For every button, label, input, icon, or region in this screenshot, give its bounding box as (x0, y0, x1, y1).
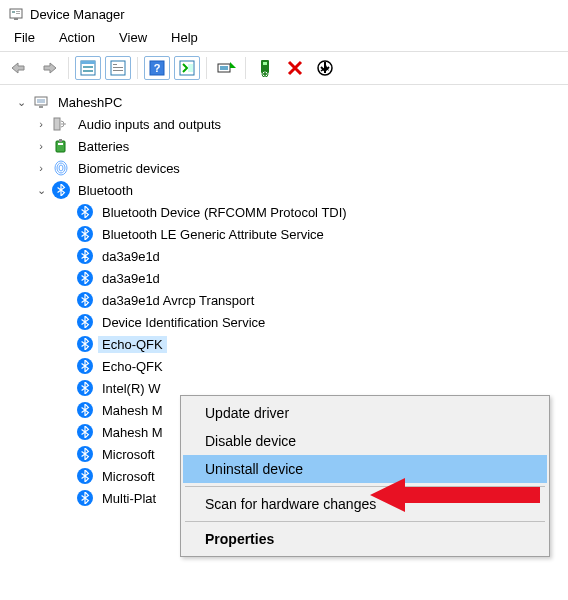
device-label: Echo-QFK (98, 336, 167, 353)
tree-root[interactable]: ⌄ MaheshPC (14, 91, 562, 113)
svg-rect-26 (54, 118, 60, 130)
svg-rect-8 (83, 70, 93, 72)
ctx-uninstall-device[interactable]: Uninstall device (183, 455, 547, 483)
bluetooth-icon (76, 489, 94, 507)
device-label: da3a9e1d (98, 270, 164, 287)
titlebar: Device Manager (0, 0, 568, 26)
bluetooth-icon (76, 335, 94, 353)
expand-icon[interactable]: › (34, 162, 48, 174)
toolbar-separator (68, 57, 69, 79)
bluetooth-icon (76, 379, 94, 397)
tree-category[interactable]: ›Biometric devices (14, 157, 562, 179)
ctx-divider (185, 486, 545, 487)
device-label: Microsoft (98, 446, 159, 463)
enable-device-button[interactable] (252, 56, 278, 80)
bluetooth-icon (76, 423, 94, 441)
ctx-update-driver[interactable]: Update driver (183, 399, 547, 427)
tree-device-item[interactable]: da3a9e1d Avrcp Transport (14, 289, 562, 311)
category-icon (52, 137, 70, 155)
svg-rect-24 (37, 99, 45, 103)
category-icon (52, 115, 70, 133)
bluetooth-icon (76, 357, 94, 375)
menu-file[interactable]: File (8, 28, 41, 47)
svg-rect-2 (16, 11, 20, 12)
menu-view[interactable]: View (113, 28, 153, 47)
menu-help[interactable]: Help (165, 28, 204, 47)
svg-rect-10 (113, 64, 117, 65)
svg-rect-28 (59, 139, 62, 142)
bluetooth-icon (76, 445, 94, 463)
tree-device-item[interactable]: Bluetooth Device (RFCOMM Protocol TDI) (14, 201, 562, 223)
svg-rect-27 (56, 141, 65, 152)
forward-button[interactable] (36, 56, 62, 80)
device-label: Microsoft (98, 468, 159, 485)
menubar: File Action View Help (0, 26, 568, 51)
bluetooth-icon (76, 313, 94, 331)
collapse-icon[interactable]: ⌄ (34, 184, 48, 197)
device-label: Bluetooth LE Generic Attribute Service (98, 226, 328, 243)
device-label: Mahesh M (98, 424, 167, 441)
tree-device-item[interactable]: Echo-QFK (14, 333, 562, 355)
tree-device-item[interactable]: da3a9e1d (14, 267, 562, 289)
category-icon (52, 159, 70, 177)
svg-rect-18 (220, 66, 228, 70)
device-label: Multi-Plat (98, 490, 160, 507)
menu-action[interactable]: Action (53, 28, 101, 47)
bluetooth-icon (76, 467, 94, 485)
svg-rect-25 (39, 106, 43, 108)
disable-device-button[interactable] (312, 56, 338, 80)
ctx-properties[interactable]: Properties (183, 525, 547, 553)
svg-rect-7 (83, 66, 93, 68)
update-driver-toolbar-button[interactable] (213, 56, 239, 80)
toolbar-separator (137, 57, 138, 79)
tree-category[interactable]: ›Audio inputs and outputs (14, 113, 562, 135)
tree-root-label: MaheshPC (54, 94, 126, 111)
help-button[interactable]: ? (144, 56, 170, 80)
category-label: Biometric devices (74, 160, 184, 177)
svg-rect-4 (14, 18, 18, 20)
device-label: da3a9e1d Avrcp Transport (98, 292, 258, 309)
expand-icon[interactable]: › (34, 118, 48, 130)
expand-icon[interactable]: › (34, 140, 48, 152)
computer-icon (32, 93, 50, 111)
uninstall-device-button[interactable] (282, 56, 308, 80)
window-title: Device Manager (30, 7, 125, 22)
bluetooth-icon (76, 269, 94, 287)
svg-rect-12 (113, 70, 123, 71)
ctx-divider (185, 521, 545, 522)
tree-device-item[interactable]: Bluetooth LE Generic Attribute Service (14, 223, 562, 245)
svg-text:?: ? (154, 62, 161, 74)
bluetooth-icon (76, 247, 94, 265)
tree-device-item[interactable]: Device Identification Service (14, 311, 562, 333)
toolbar-separator (206, 57, 207, 79)
back-button[interactable] (6, 56, 32, 80)
svg-rect-1 (12, 11, 15, 13)
app-icon (8, 6, 24, 22)
svg-rect-16 (188, 64, 193, 72)
context-menu: Update driver Disable device Uninstall d… (180, 395, 550, 557)
properties-button[interactable] (105, 56, 131, 80)
device-label: Intel(R) W (98, 380, 165, 397)
tree-category[interactable]: ⌄Bluetooth (14, 179, 562, 201)
device-label: Device Identification Service (98, 314, 269, 331)
bluetooth-icon (76, 225, 94, 243)
svg-rect-29 (58, 143, 63, 145)
ctx-scan-hardware[interactable]: Scan for hardware changes (183, 490, 547, 518)
show-hidden-button[interactable] (75, 56, 101, 80)
svg-rect-3 (16, 13, 20, 14)
category-label: Audio inputs and outputs (74, 116, 225, 133)
svg-rect-6 (81, 61, 95, 64)
svg-point-32 (59, 165, 63, 171)
collapse-icon[interactable]: ⌄ (14, 96, 28, 109)
tree-category[interactable]: ›Batteries (14, 135, 562, 157)
device-label: Echo-QFK (98, 358, 167, 375)
tree-device-item[interactable]: Echo-QFK (14, 355, 562, 377)
category-label: Batteries (74, 138, 133, 155)
category-label: Bluetooth (74, 182, 137, 199)
bluetooth-icon (76, 401, 94, 419)
category-icon (52, 181, 70, 199)
tree-device-item[interactable]: da3a9e1d (14, 245, 562, 267)
scan-button[interactable] (174, 56, 200, 80)
bluetooth-icon (76, 203, 94, 221)
ctx-disable-device[interactable]: Disable device (183, 427, 547, 455)
